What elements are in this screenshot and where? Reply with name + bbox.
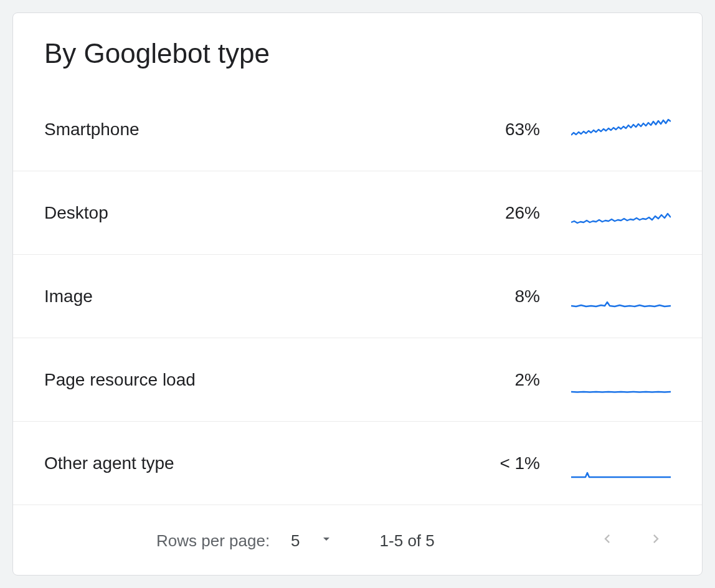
dropdown-icon [319, 531, 334, 551]
table-row[interactable]: Desktop 26% [13, 171, 702, 255]
sparkline [571, 197, 671, 229]
next-page-button[interactable] [641, 526, 671, 556]
rows-list: Smartphone 63% Desktop 26% Image 8% [13, 88, 702, 506]
row-label: Desktop [44, 203, 453, 223]
sparkline [571, 364, 671, 396]
rows-per-page-select[interactable]: 5 [288, 526, 336, 556]
row-label: Smartphone [44, 120, 453, 140]
card-header: By Googlebot type [13, 13, 702, 88]
card-title: By Googlebot type [44, 38, 671, 69]
table-row[interactable]: Page resource load 2% [13, 338, 702, 422]
table-row[interactable]: Smartphone 63% [13, 88, 702, 171]
sparkline [571, 114, 671, 145]
rows-per-page-value: 5 [291, 531, 300, 551]
row-value: 8% [453, 287, 540, 306]
pagination-bar: Rows per page: 5 1-5 of 5 [13, 506, 702, 575]
row-label: Page resource load [44, 370, 453, 390]
page-range: 1-5 of 5 [380, 531, 435, 551]
chevron-left-icon [599, 530, 616, 552]
row-label: Other agent type [44, 453, 453, 473]
sparkline [571, 281, 671, 312]
table-row[interactable]: Image 8% [13, 255, 702, 338]
table-row[interactable]: Other agent type < 1% [13, 422, 702, 505]
row-value: 26% [453, 203, 540, 223]
sparkline [571, 448, 671, 479]
chevron-right-icon [647, 530, 665, 552]
prev-page-button[interactable] [592, 526, 622, 556]
row-value: 2% [453, 370, 540, 390]
rows-per-page-label: Rows per page: [156, 531, 270, 551]
googlebot-type-card: By Googlebot type Smartphone 63% Desktop… [12, 12, 703, 576]
row-value: 63% [453, 120, 540, 140]
row-value: < 1% [453, 453, 540, 473]
row-label: Image [44, 287, 453, 306]
